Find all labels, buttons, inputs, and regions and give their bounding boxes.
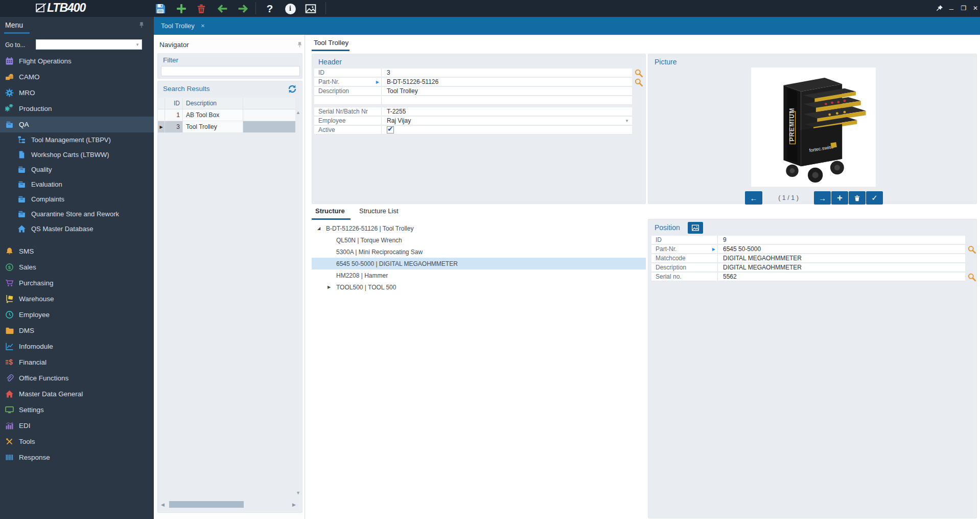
- column-header-description[interactable]: Description: [183, 98, 243, 109]
- field-value[interactable]: 3: [382, 69, 632, 77]
- field-value[interactable]: DIGITAL MEGAOHMMETER: [718, 254, 965, 262]
- lookup-magnifier-icon[interactable]: [967, 273, 976, 281]
- field-value[interactable]: [382, 96, 632, 104]
- sidebar-item-purchasing[interactable]: Purchasing: [0, 275, 154, 291]
- sidebar-item-mro[interactable]: MRO: [0, 85, 154, 101]
- navigate-forward-button[interactable]: [237, 2, 250, 15]
- expand-arrow-icon[interactable]: ▶: [712, 247, 715, 252]
- sidebar-item-complaints[interactable]: Complaints: [0, 192, 154, 207]
- field-value[interactable]: Raj Vijay▼: [382, 117, 632, 125]
- field-value[interactable]: 6545 50-5000: [718, 245, 965, 253]
- tree-node-5300a[interactable]: 5300A | Mini Reciprocating Saw: [312, 246, 646, 258]
- column-header-id[interactable]: ID: [165, 98, 183, 109]
- scrollbar-thumb[interactable]: [169, 501, 244, 508]
- sidebar-item-financial[interactable]: $Financial: [0, 354, 154, 370]
- picture-prev-button[interactable]: ←: [745, 191, 762, 205]
- sidebar-item-dms[interactable]: DMS: [0, 323, 154, 339]
- tree-expander-icon[interactable]: ◢: [315, 226, 322, 231]
- search-results-table: ID Description 1AB Tool Box▶3Tool Trolle…: [158, 98, 295, 133]
- sidebar-item-flight-operations[interactable]: Flight Operations: [0, 53, 154, 69]
- tree-expander-icon[interactable]: ▶: [325, 285, 333, 289]
- info-button[interactable]: i: [284, 2, 297, 15]
- tab-structure[interactable]: Structure: [315, 207, 345, 215]
- window-minimize-button[interactable]: –: [946, 3, 957, 14]
- sidebar-item-quality[interactable]: Quality: [0, 162, 154, 177]
- sidebar-item-evaluation[interactable]: Evaluation: [0, 177, 154, 192]
- search-result-row-tool-trolley[interactable]: ▶3Tool Trolley: [158, 121, 295, 133]
- sidebar-item-infomodule[interactable]: Infomodule: [0, 339, 154, 354]
- sidebar-item-tool-management-ltbpv[interactable]: Tool Management (LTBPV): [0, 132, 154, 147]
- sidebar-item-quarantine-store-and-rework[interactable]: Quarantine Store and Rework: [0, 207, 154, 221]
- lookup-magnifier-icon[interactable]: [634, 78, 643, 86]
- picture-delete-button[interactable]: [849, 191, 866, 205]
- tree-node-b-dt-51226-51126[interactable]: ◢B-DT-51226-51126 | Tool Trolley: [312, 222, 646, 234]
- tree-node-6545-50-5000[interactable]: 6545 50-5000 | DIGITAL MEGAOHMMETER: [312, 258, 646, 269]
- tree-node-tool500[interactable]: ▶TOOL500 | TOOL 500: [312, 281, 646, 293]
- refresh-button[interactable]: [287, 84, 297, 94]
- field-value[interactable]: ✔: [382, 126, 632, 134]
- field-value[interactable]: T-2255: [382, 107, 632, 116]
- window-close-button[interactable]: ✕: [970, 3, 980, 14]
- sidebar-item-warehouse[interactable]: Warehouse: [0, 291, 154, 307]
- doc-tab-tool-trolley[interactable]: Tool Trolley: [314, 39, 348, 47]
- sidebar-item-qa[interactable]: QA: [0, 117, 154, 132]
- sidebar-item-qs-master-database[interactable]: QS Master Database: [0, 221, 154, 236]
- monitor-icon: [5, 405, 14, 414]
- sidebar-item-sms[interactable]: SMS: [0, 243, 154, 259]
- sidebar-item-camo[interactable]: CAMO: [0, 69, 154, 85]
- sidebar-item-master-data-general[interactable]: Master Data General: [0, 386, 154, 402]
- scroll-down-arrow[interactable]: ▼: [296, 490, 300, 495]
- search-result-row-ab-tool-box[interactable]: 1AB Tool Box: [158, 109, 295, 121]
- menu-active-indicator: [4, 32, 30, 34]
- scroll-up-arrow[interactable]: ▲: [296, 110, 300, 115]
- menu-pin-icon[interactable]: [138, 21, 146, 30]
- filter-input[interactable]: [161, 66, 300, 76]
- goto-dropdown-icon[interactable]: ▼: [135, 42, 139, 47]
- sidebar-item-office-functions[interactable]: Office Functions: [0, 370, 154, 386]
- sidebar-item-employee[interactable]: Employee: [0, 307, 154, 323]
- position-picture-button[interactable]: [688, 222, 703, 234]
- delete-button[interactable]: [195, 2, 208, 15]
- window-restore-button[interactable]: ❐: [958, 3, 969, 14]
- picture-confirm-button[interactable]: ✓: [866, 191, 883, 205]
- sidebar-menu-header[interactable]: Menu: [0, 17, 154, 35]
- search-results-header-row[interactable]: ID Description: [158, 98, 295, 109]
- scroll-right-arrow[interactable]: ▶: [290, 502, 296, 507]
- field-value[interactable]: Tool Trolley: [382, 87, 632, 95]
- navigate-back-button[interactable]: [216, 2, 229, 15]
- scrollbar-track[interactable]: [167, 501, 290, 508]
- expand-arrow-icon[interactable]: ▶: [376, 80, 379, 84]
- active-checkbox[interactable]: ✔: [387, 126, 394, 133]
- picture-add-button[interactable]: +: [831, 191, 848, 205]
- lookup-magnifier-icon[interactable]: [967, 245, 976, 254]
- sidebar-item-sales[interactable]: $Sales: [0, 259, 154, 275]
- navigator-pin-icon[interactable]: [296, 41, 304, 48]
- sidebar-item-settings[interactable]: Settings: [0, 402, 154, 418]
- picture-next-button[interactable]: →: [814, 191, 831, 205]
- field-value[interactable]: B-DT-51226-51126: [382, 78, 632, 86]
- goto-combobox[interactable]: ▼: [36, 39, 142, 50]
- lookup-magnifier-icon[interactable]: [634, 69, 643, 77]
- tree-node-hm2208[interactable]: HM2208 | Hammer: [312, 269, 646, 281]
- sidebar-item-response[interactable]: Response: [0, 449, 154, 465]
- field-value[interactable]: DIGITAL MEGAOHMMETER: [718, 263, 965, 272]
- sidebar-item-tools[interactable]: Tools: [0, 434, 154, 449]
- dropdown-arrow-icon[interactable]: ▼: [625, 119, 629, 123]
- add-button[interactable]: [175, 2, 188, 15]
- window-pin-button[interactable]: [934, 3, 945, 14]
- horizontal-scrollbar[interactable]: ◀ ▶: [161, 501, 296, 508]
- sidebar-item-label: Tool Management (LTBPV): [31, 136, 111, 144]
- save-button[interactable]: [154, 2, 167, 15]
- tree-node-ql50n[interactable]: QL50N | Torque Wrench: [312, 234, 646, 246]
- help-button[interactable]: ?: [263, 2, 276, 15]
- tab-tool-trolley[interactable]: Tool Trolley ✕: [154, 17, 212, 35]
- picture-button[interactable]: [304, 2, 317, 15]
- sidebar-item-production[interactable]: Production: [0, 101, 154, 117]
- sidebar-item-edi[interactable]: EDI: [0, 418, 154, 434]
- field-value[interactable]: 5562: [718, 273, 965, 281]
- tab-close-icon[interactable]: ✕: [201, 23, 205, 29]
- field-value[interactable]: 9: [718, 236, 965, 244]
- scroll-left-arrow[interactable]: ◀: [161, 502, 167, 507]
- tab-structure-list[interactable]: Structure List: [359, 207, 399, 215]
- sidebar-item-workshop-carts-ltbww[interactable]: Workshop Carts (LTBWW): [0, 147, 154, 162]
